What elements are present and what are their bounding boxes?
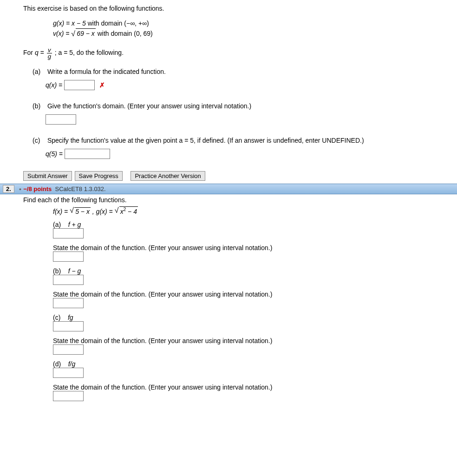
part-c: (c) Specify the function's value at the … [33, 137, 457, 159]
q2-intro: Find each of the following functions. [23, 196, 457, 204]
sqrt-icon: √ [115, 206, 119, 215]
reference-label: SCalcET8 1.3.032. [55, 185, 106, 192]
question-header-bar: 2. ● −/8 points SCalcET8 1.3.032. [0, 184, 457, 194]
q2-c-input[interactable] [53, 321, 84, 331]
for-q-statement: For q = v g ; a = 5, do the following. [23, 47, 457, 60]
part-b: (b) Give the function's domain. (Enter y… [33, 102, 457, 125]
question-number: 2. [3, 185, 14, 193]
part-a-answer-row: q(x) = ✗ [46, 80, 457, 90]
q2-part-d: (d) f/g [53, 360, 457, 378]
q2-part-c: (c) fg [53, 314, 457, 331]
action-buttons: Submit Answer Save Progress Practice Ano… [23, 171, 457, 181]
q2-a-input[interactable] [53, 228, 84, 238]
q1-intro: This exercise is based on the following … [23, 5, 457, 12]
q2-a-domain: State the domain of the function. (Enter… [53, 244, 457, 262]
q2-d-domain-input[interactable] [53, 391, 84, 401]
sqrt-icon: √ [70, 206, 74, 215]
q2-b-domain-input[interactable] [53, 298, 84, 308]
wrong-icon: ✗ [99, 81, 105, 89]
question-1: This exercise is based on the following … [0, 0, 457, 159]
part-a-input[interactable] [64, 80, 95, 90]
q2-d-input[interactable] [53, 368, 84, 378]
q2-part-a: (a) f + g [53, 221, 457, 238]
q2-c-domain: State the domain of the function. (Enter… [53, 337, 457, 355]
q2-b-domain: State the domain of the function. (Enter… [53, 291, 457, 308]
question-2: Find each of the following functions. f(… [0, 194, 457, 401]
q2-part-b: (b) f − g [53, 267, 457, 285]
function-definitions: g(x) = x − 5 with domain (−∞, +∞) v(x) =… [53, 19, 457, 39]
v-definition: v(x) = √ 69 − x with domain (0, 69) [53, 28, 457, 39]
practice-button[interactable]: Practice Another Version [131, 171, 205, 181]
part-a: (a) Write a formula for the indicated fu… [33, 68, 457, 90]
q2-a-domain-input[interactable] [53, 251, 84, 262]
part-b-answer-row [46, 114, 457, 125]
points-label: −/8 points [23, 185, 52, 192]
q2-c-domain-input[interactable] [53, 344, 84, 355]
q2-b-input[interactable] [53, 275, 84, 285]
part-c-input[interactable] [65, 149, 110, 159]
part-c-answer-row: q(5) = [46, 149, 457, 159]
q2-d-domain: State the domain of the function. (Enter… [53, 383, 457, 401]
fraction-v-over-g: v g [47, 47, 52, 60]
g-definition: g(x) = x − 5 with domain (−∞, +∞) [53, 19, 457, 28]
q2-function-defs: f(x) = √ 5 − x , g(x) = √ x2 − 4 [53, 206, 457, 215]
part-b-input[interactable] [46, 114, 76, 125]
bullet-icon: ● [19, 187, 21, 192]
save-button[interactable]: Save Progress [75, 171, 123, 181]
submit-button[interactable]: Submit Answer [23, 171, 72, 181]
sqrt-icon: √ [71, 28, 75, 40]
